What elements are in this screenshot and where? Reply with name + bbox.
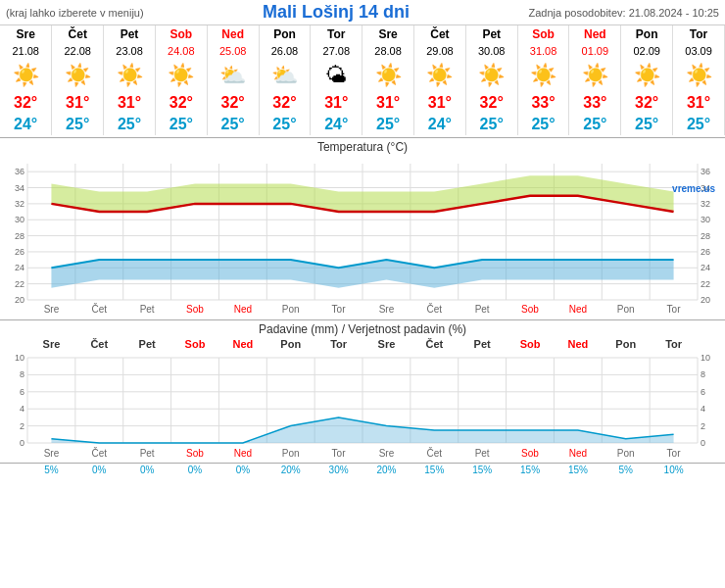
svg-text:Tor: Tor <box>667 304 682 315</box>
high-temp: 32° <box>259 92 311 114</box>
low-temp: 25° <box>569 114 621 135</box>
weather-icon: ☀️ <box>569 59 621 92</box>
rain-day-label: Pon <box>266 338 314 350</box>
svg-text:Čet: Čet <box>427 447 443 459</box>
low-temp: 25° <box>621 114 673 135</box>
rain-day-label: Sre <box>362 338 411 350</box>
svg-text:26: 26 <box>701 247 710 257</box>
svg-text:26: 26 <box>15 247 24 257</box>
svg-text:Sre: Sre <box>44 304 60 315</box>
day-name: Sre <box>362 25 414 43</box>
svg-text:34: 34 <box>15 183 24 193</box>
temp-chart: vreme.us 2020222224242626282830303232343… <box>0 156 725 318</box>
rain-prob-label: 15% <box>411 464 459 476</box>
day-date: 28.08 <box>362 43 414 59</box>
day-date: 30.08 <box>465 43 517 59</box>
rain-svg: 00224466881010SreČetPetSobNedPonTorSreČe… <box>0 350 725 463</box>
weather-icon: ☀️ <box>362 59 414 92</box>
high-temp: 33° <box>517 92 569 114</box>
low-temp: 25° <box>52 114 104 135</box>
day-name: Sob <box>155 25 207 43</box>
svg-text:Čet: Čet <box>427 303 443 315</box>
low-temp: 25° <box>517 114 569 135</box>
weather-icon: ☀️ <box>0 59 52 92</box>
rain-day-label: Tor <box>314 338 362 350</box>
svg-text:Sob: Sob <box>186 304 204 315</box>
rain-chart-title: Padavine (mm) / Verjetnost padavin (%) <box>0 322 725 336</box>
day-date: 01.09 <box>569 43 621 59</box>
low-temp: 24° <box>414 114 466 135</box>
svg-text:32: 32 <box>15 199 24 209</box>
menu-link[interactable]: (kraj lahko izberete v meniju) <box>6 7 144 19</box>
svg-text:8: 8 <box>701 369 705 379</box>
last-update: Zadnja posodobitev: 21.08.2024 - 10:25 <box>529 7 719 19</box>
rain-prob-label: 30% <box>314 464 362 476</box>
rain-prob-label: 20% <box>362 464 411 476</box>
rain-prob-label: 5% <box>602 464 650 476</box>
weather-icon: ☀️ <box>517 59 569 92</box>
weather-icon: ☀️ <box>155 59 207 92</box>
day-name: Tor <box>673 25 725 43</box>
high-temp: 32° <box>621 92 673 114</box>
svg-text:10: 10 <box>701 353 710 363</box>
svg-text:Ned: Ned <box>569 304 587 315</box>
svg-text:6: 6 <box>20 387 24 397</box>
rain-day-label: Čet <box>75 338 123 350</box>
svg-text:Pet: Pet <box>140 304 155 315</box>
svg-text:Pon: Pon <box>617 448 635 459</box>
rain-prob-label: 0% <box>218 464 266 476</box>
low-temp: 25° <box>104 114 156 135</box>
svg-text:Čet: Čet <box>92 303 108 315</box>
rain-chart: 00224466881010SreČetPetSobNedPonTorSreČe… <box>0 350 725 463</box>
svg-text:Pon: Pon <box>617 304 635 315</box>
rain-day-label: Pet <box>459 338 507 350</box>
svg-text:Sob: Sob <box>521 304 539 315</box>
rain-prob-label: 0% <box>75 464 123 476</box>
day-date: 31.08 <box>517 43 569 59</box>
day-date: 21.08 <box>0 43 52 59</box>
day-date: 02.09 <box>621 43 673 59</box>
svg-text:22: 22 <box>15 279 24 289</box>
day-name: Ned <box>569 25 621 43</box>
low-temp: 25° <box>465 114 517 135</box>
svg-text:Ned: Ned <box>569 448 587 459</box>
svg-text:Tor: Tor <box>332 448 347 459</box>
svg-text:36: 36 <box>701 167 710 176</box>
day-name: Čet <box>414 25 466 43</box>
svg-text:10: 10 <box>15 353 24 363</box>
day-name: Pon <box>621 25 673 43</box>
high-temp: 31° <box>414 92 466 114</box>
day-date: 29.08 <box>414 43 466 59</box>
low-temp: 25° <box>673 114 725 135</box>
weather-icon: ☀️ <box>621 59 673 92</box>
rain-day-label: Sre <box>27 338 75 350</box>
weather-icon: ☀️ <box>414 59 466 92</box>
rain-day-labels: SreČetPetSobNedPonTorSreČetPetSobNedPonT… <box>0 338 725 350</box>
rain-day-label: Pon <box>602 338 650 350</box>
day-date: 24.08 <box>155 43 207 59</box>
svg-text:24: 24 <box>701 263 710 272</box>
svg-text:Sob: Sob <box>186 448 204 459</box>
rain-prob-label: 0% <box>123 464 171 476</box>
svg-text:0: 0 <box>20 438 24 448</box>
high-temp: 32° <box>465 92 517 114</box>
day-name: Sob <box>517 25 569 43</box>
high-temp: 31° <box>104 92 156 114</box>
day-date: 03.09 <box>673 43 725 59</box>
rain-prob-label: 15% <box>554 464 602 476</box>
weather-icon: ☀️ <box>465 59 517 92</box>
svg-text:Pon: Pon <box>282 304 300 315</box>
svg-text:Sre: Sre <box>379 304 395 315</box>
day-date: 27.08 <box>311 43 362 59</box>
svg-text:2: 2 <box>20 421 24 431</box>
temp-svg: 202022222424262628283030323234343636SreČ… <box>0 156 725 318</box>
high-temp: 31° <box>673 92 725 114</box>
rain-day-label: Ned <box>218 338 266 350</box>
svg-text:Tor: Tor <box>667 448 682 459</box>
svg-text:28: 28 <box>701 231 710 241</box>
high-temp: 31° <box>311 92 362 114</box>
svg-text:Čet: Čet <box>92 447 108 459</box>
top-bar: (kraj lahko izberete v meniju) Mali Loši… <box>0 0 725 25</box>
svg-text:0: 0 <box>701 438 705 448</box>
high-temp: 31° <box>362 92 414 114</box>
